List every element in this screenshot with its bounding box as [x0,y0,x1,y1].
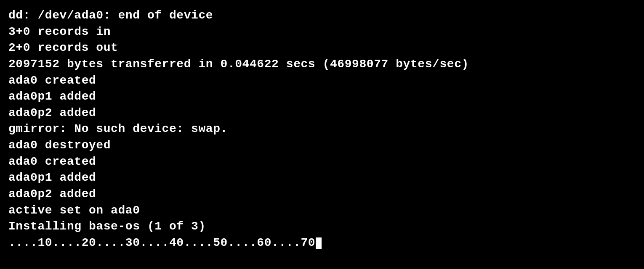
terminal-window: dd: /dev/ada0: end of device3+0 records … [0,0,644,269]
terminal-line: ada0p2 added [8,186,636,203]
terminal-line: 2097152 bytes transferred in 0.044622 se… [8,56,636,73]
terminal-line: ada0 created [8,73,636,89]
terminal-line: Installing base-os (1 of 3) [8,219,636,235]
terminal-line: ada0 created [8,154,636,170]
terminal-cursor [316,237,322,249]
terminal-line: ada0 destroyed [8,137,636,154]
terminal-line: ada0p1 added [8,89,636,105]
terminal-line: 2+0 records out [8,40,636,56]
terminal-line: ....10....20....30....40....50....60....… [8,235,636,251]
terminal-line: dd: /dev/ada0: end of device [8,8,636,24]
terminal-line: ada0p2 added [8,105,636,121]
terminal-line: gmirror: No such device: swap. [8,121,636,137]
terminal-line: ada0p1 added [8,170,636,186]
terminal-line: active set on ada0 [8,203,636,219]
terminal-line: 3+0 records in [8,24,636,40]
